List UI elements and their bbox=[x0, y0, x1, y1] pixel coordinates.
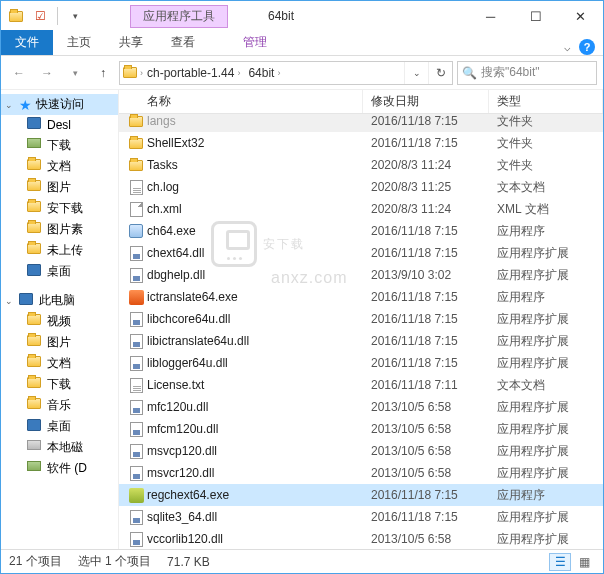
ictranslate-icon bbox=[127, 288, 145, 306]
file-type: 应用程序扩展 bbox=[497, 421, 569, 438]
view-details-icon[interactable]: ☰ bbox=[549, 553, 571, 571]
file-date: 2013/10/5 6:58 bbox=[371, 400, 497, 414]
file-type: 应用程序 bbox=[497, 487, 545, 504]
nav-item[interactable]: 下载 bbox=[1, 374, 118, 395]
file-name: msvcp120.dll bbox=[147, 444, 371, 458]
nav-item[interactable]: 本地磁 bbox=[1, 437, 118, 458]
file-row[interactable]: libchcore64u.dll2016/11/18 7:15应用程序扩展 bbox=[119, 308, 603, 330]
file-row[interactable]: ch.xml2020/8/3 11:24XML 文档 bbox=[119, 198, 603, 220]
nav-item[interactable]: 桌面 bbox=[1, 416, 118, 437]
nav-item[interactable]: 桌面 bbox=[1, 261, 118, 282]
file-row[interactable]: mfc120u.dll2013/10/5 6:58应用程序扩展 bbox=[119, 396, 603, 418]
dll-icon bbox=[127, 508, 145, 526]
file-date: 2020/8/3 11:25 bbox=[371, 180, 497, 194]
folder-icon bbox=[27, 138, 43, 154]
folder-icon bbox=[5, 5, 27, 27]
file-type: 应用程序扩展 bbox=[497, 333, 569, 350]
file-type: 应用程序扩展 bbox=[497, 443, 569, 460]
nav-item[interactable]: 未上传 bbox=[1, 240, 118, 261]
nav-item[interactable]: 文档 bbox=[1, 353, 118, 374]
back-button[interactable]: ← bbox=[7, 61, 31, 85]
file-row[interactable]: msvcr120.dll2013/10/5 6:58应用程序扩展 bbox=[119, 462, 603, 484]
file-row[interactable]: mfcm120u.dll2013/10/5 6:58应用程序扩展 bbox=[119, 418, 603, 440]
file-row[interactable]: ShellExt322016/11/18 7:15文件夹 bbox=[119, 132, 603, 154]
nav-item[interactable]: 图片素 bbox=[1, 219, 118, 240]
file-row[interactable]: License.txt2016/11/18 7:11文本文档 bbox=[119, 374, 603, 396]
tab-share[interactable]: 共享 bbox=[105, 30, 157, 55]
file-row[interactable]: dbghelp.dll2013/9/10 3:02应用程序扩展 bbox=[119, 264, 603, 286]
folder-icon bbox=[27, 201, 43, 217]
chevron-down-icon[interactable]: ⌄ bbox=[5, 100, 15, 110]
nav-quick-access[interactable]: ⌄ ★ 快速访问 bbox=[1, 94, 118, 115]
chevron-down-icon[interactable]: ⌄ bbox=[5, 296, 15, 306]
pc-icon bbox=[19, 293, 35, 309]
drive-icon bbox=[27, 440, 43, 456]
view-icons-icon[interactable]: ▦ bbox=[573, 553, 595, 571]
address-bar[interactable]: › ch-portable-1.44› 64bit› ⌄ ↻ bbox=[119, 61, 453, 85]
file-name: liblogger64u.dll bbox=[147, 356, 371, 370]
file-row[interactable]: regchext64.exe2016/11/18 7:15应用程序 bbox=[119, 484, 603, 506]
breadcrumb-2[interactable]: 64bit› bbox=[244, 66, 284, 80]
column-type[interactable]: 类型 bbox=[489, 90, 603, 113]
file-row[interactable]: libictranslate64u.dll2016/11/18 7:15应用程序… bbox=[119, 330, 603, 352]
nav-item[interactable]: 视频 bbox=[1, 311, 118, 332]
file-name: chext64.dll bbox=[147, 246, 371, 260]
file-tab[interactable]: 文件 bbox=[1, 30, 53, 55]
regch-icon bbox=[127, 486, 145, 504]
nav-item[interactable]: 安下载 bbox=[1, 198, 118, 219]
file-row[interactable]: ch64.exe2016/11/18 7:15应用程序 bbox=[119, 220, 603, 242]
breadcrumb-1[interactable]: ch-portable-1.44› bbox=[143, 66, 244, 80]
file-row[interactable]: liblogger64u.dll2016/11/18 7:15应用程序扩展 bbox=[119, 352, 603, 374]
file-date: 2016/11/18 7:15 bbox=[371, 488, 497, 502]
up-button[interactable]: ↑ bbox=[91, 61, 115, 85]
column-date[interactable]: 修改日期 bbox=[363, 90, 489, 113]
nav-item[interactable]: 文档 bbox=[1, 156, 118, 177]
nav-item[interactable]: 音乐 bbox=[1, 395, 118, 416]
status-selection: 选中 1 个项目 bbox=[78, 553, 151, 570]
file-row[interactable]: ch.log2020/8/3 11:25文本文档 bbox=[119, 176, 603, 198]
column-name[interactable]: 名称 bbox=[119, 90, 363, 113]
dll-icon bbox=[127, 354, 145, 372]
file-row[interactable]: vccorlib120.dll2013/10/5 6:58应用程序扩展 bbox=[119, 528, 603, 550]
minimize-button[interactable]: ─ bbox=[468, 1, 513, 31]
dll-icon bbox=[127, 310, 145, 328]
tab-manage[interactable]: 管理 bbox=[229, 30, 281, 55]
file-rows-container[interactable]: langs2016/11/18 7:15文件夹ShellExt322016/11… bbox=[119, 114, 603, 550]
refresh-icon[interactable]: ↻ bbox=[428, 62, 452, 84]
file-row[interactable]: chext64.dll2016/11/18 7:15应用程序扩展 bbox=[119, 242, 603, 264]
address-row: ← → ▾ ↑ › ch-portable-1.44› 64bit› ⌄ ↻ 🔍… bbox=[1, 56, 603, 90]
file-type: 文件夹 bbox=[497, 135, 533, 152]
qat-dropdown-icon[interactable]: ▾ bbox=[64, 5, 86, 27]
file-date: 2013/10/5 6:58 bbox=[371, 532, 497, 546]
nav-item[interactable]: 图片 bbox=[1, 332, 118, 353]
properties-icon[interactable]: ☑ bbox=[29, 5, 51, 27]
file-name: mfcm120u.dll bbox=[147, 422, 371, 436]
context-tab-label: 应用程序工具 bbox=[130, 5, 228, 28]
nav-item[interactable]: 图片 bbox=[1, 177, 118, 198]
file-row[interactable]: langs2016/11/18 7:15文件夹 bbox=[119, 114, 603, 132]
nav-item[interactable]: Desl bbox=[1, 115, 118, 135]
file-date: 2016/11/18 7:15 bbox=[371, 290, 497, 304]
file-row[interactable]: msvcp120.dll2013/10/5 6:58应用程序扩展 bbox=[119, 440, 603, 462]
tab-view[interactable]: 查看 bbox=[157, 30, 209, 55]
search-input[interactable]: 🔍 搜索"64bit" bbox=[457, 61, 597, 85]
nav-item[interactable]: 软件 (D bbox=[1, 458, 118, 479]
recent-dropdown[interactable]: ▾ bbox=[63, 61, 87, 85]
nav-item[interactable]: 下载 bbox=[1, 135, 118, 156]
history-dropdown-icon[interactable]: ⌄ bbox=[404, 62, 428, 84]
window-title: 64bit bbox=[228, 9, 334, 23]
file-row[interactable]: Tasks2020/8/3 11:24文件夹 bbox=[119, 154, 603, 176]
status-item-count: 21 个项目 bbox=[9, 553, 62, 570]
file-row[interactable]: sqlite3_64.dll2016/11/18 7:15应用程序扩展 bbox=[119, 506, 603, 528]
file-type: 应用程序扩展 bbox=[497, 245, 569, 262]
file-row[interactable]: ictranslate64.exe2016/11/18 7:15应用程序 bbox=[119, 286, 603, 308]
nav-this-pc[interactable]: ⌄ 此电脑 bbox=[1, 290, 118, 311]
help-icon[interactable]: ? bbox=[579, 39, 595, 55]
tab-home[interactable]: 主页 bbox=[53, 30, 105, 55]
file-name: ictranslate64.exe bbox=[147, 290, 371, 304]
close-button[interactable]: ✕ bbox=[558, 1, 603, 31]
maximize-button[interactable]: ☐ bbox=[513, 1, 558, 31]
file-name: Tasks bbox=[147, 158, 371, 172]
expand-ribbon-icon[interactable]: ⌵ bbox=[564, 41, 571, 54]
navigation-pane: ⌄ ★ 快速访问 Desl下载文档图片安下载图片素未上传桌面 ⌄ 此电脑 视频图… bbox=[1, 90, 119, 550]
